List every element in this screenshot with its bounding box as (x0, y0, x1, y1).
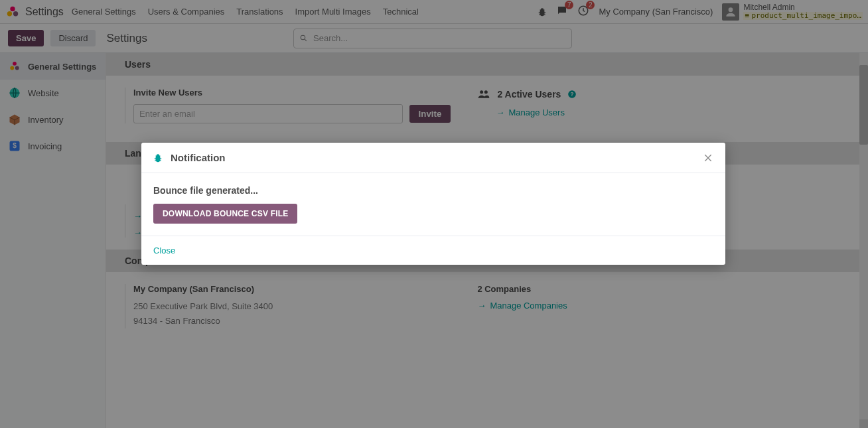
bug-icon (153, 153, 163, 163)
notification-modal: Notification Bounce file generated... DO… (141, 143, 725, 265)
download-csv-button[interactable]: DOWNLOAD BOUNCE CSV FILE (153, 204, 297, 224)
close-icon[interactable] (703, 153, 713, 163)
modal-header: Notification (141, 143, 725, 173)
modal-title: Notification (171, 152, 703, 163)
close-button[interactable]: Close (153, 246, 175, 255)
modal-message: Bounce file generated... (153, 185, 713, 196)
modal-body: Bounce file generated... DOWNLOAD BOUNCE… (141, 173, 725, 236)
modal-footer: Close (141, 236, 725, 265)
